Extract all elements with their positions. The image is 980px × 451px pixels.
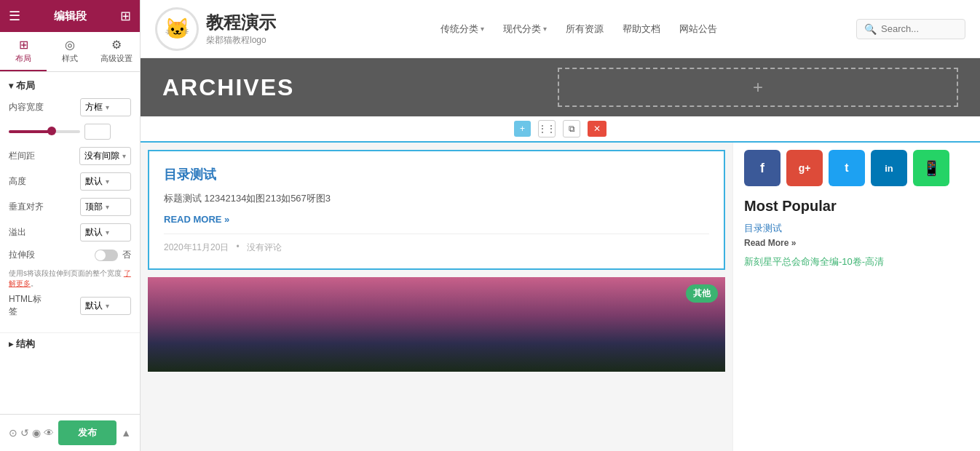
footer-icon-4[interactable]: 👁 [44,427,54,439]
nav-links: 传统分类 ▾ 现代分类 ▾ 所有资源 帮助文档 网站公告 [315,18,842,40]
vertical-align-select[interactable]: 顶部 ▾ [80,198,131,216]
overflow-row: 溢出 默认 ▾ [9,223,131,242]
hero-title: ARCHIVES [162,74,294,101]
slider-value-input[interactable] [84,124,111,140]
social-buttons: f g+ t in 📱 [744,150,969,186]
logo-emoji: 🐱 [165,17,190,41]
popular-link-1[interactable]: 目录测试 [744,222,969,235]
content-width-value: 方框 [85,101,103,113]
vertical-align-arrow: ▾ [106,203,109,211]
html-tag-value: 默认 [85,300,103,312]
hero-banner: ARCHIVES + [141,58,980,116]
toolbar-move-btn[interactable]: ⋮⋮ [538,120,556,137]
toolbar-add-btn[interactable]: + [514,121,531,137]
article-date: 2020年11月20日 [164,242,229,254]
image-badge: 其他 [686,284,718,303]
tab-style-label: 样式 [62,53,78,64]
height-label: 高度 [9,175,47,188]
logo-title: 教程演示 [206,11,276,34]
logo-subtitle: 柴郡猫教程logo [206,34,276,47]
social-whatsapp-btn[interactable]: 📱 [913,150,949,186]
vertical-align-value: 顶部 [85,201,103,213]
footer-icon-1[interactable]: ⊙ [9,427,17,439]
footer-icon-3[interactable]: ◉ [32,427,41,439]
top-nav: 🐱 教程演示 柴郡猫教程logo 传统分类 ▾ 现代分类 ▾ 所有资源 [141,0,980,58]
footer-icon-2[interactable]: ↺ [20,427,29,439]
sidebar-header: ☰ 编辑段 ⊞ [0,0,140,32]
html-tag-select[interactable]: 默认 ▾ [80,297,131,315]
article-body: 标题测试 12342134如图213如567呀图3 [164,192,709,205]
slider-thumb[interactable] [47,127,56,135]
logo-circle: 🐱 [155,7,199,51]
article-meta: 2020年11月20日 • 没有评论 [164,234,709,254]
hero-plus-icon: + [753,77,763,97]
article-title: 目录测试 [164,166,709,183]
nav-item-traditional[interactable]: 传统分类 ▾ [433,18,491,40]
hint-main: 使用s将该段拉伸到页面的整个宽度 [9,269,122,277]
column-gap-value: 没有间隙 [84,150,119,162]
tab-advanced[interactable]: ⚙ 高级设置 [93,32,140,71]
footer-icons: ⊙ ↺ ◉ 👁 [9,427,54,439]
popular-link-2[interactable]: 新刻星平总会命海全编-10卷-高清 [744,255,969,268]
hamburger-icon[interactable]: ☰ [9,8,20,24]
column-gap-select[interactable]: 没有间隙 ▾ [79,147,131,165]
advanced-tab-icon: ⚙ [111,38,122,52]
section-title: 布局 [9,79,131,92]
nav-item-all[interactable]: 所有资源 [558,18,611,40]
hero-placeholder[interactable]: + [558,68,958,107]
search-box: 🔍 [856,19,965,39]
nav-label-help: 帮助文档 [623,23,660,36]
nav-item-announce[interactable]: 网站公告 [672,18,724,40]
stretch-toggle-track[interactable] [95,250,118,261]
slider-container [9,124,111,140]
content-width-label: 内容宽度 [9,101,47,113]
structure-section: 结构 [0,332,140,355]
nav-label-modern: 现代分类 [503,23,541,36]
structure-title[interactable]: 结构 [9,338,131,351]
style-tab-icon: ◎ [65,38,75,52]
social-googleplus-btn[interactable]: g+ [786,150,823,186]
height-row: 高度 默认 ▾ [9,172,131,191]
html-tag-arrow: ▾ [106,302,109,310]
sidebar-title: 编辑段 [54,9,87,23]
read-more-link[interactable]: READ MORE » [164,214,709,225]
read-more-popular-link[interactable]: Read More » [744,238,969,248]
social-twitter-btn[interactable]: t [829,150,865,186]
twitter-icon: t [845,161,848,175]
nav-item-modern[interactable]: 现代分类 ▾ [496,18,554,40]
content-width-row: 内容宽度 方框 ▾ [9,98,131,116]
search-input[interactable] [881,23,954,34]
toolbar-delete-btn[interactable]: ✕ [588,121,606,137]
left-sidebar: ☰ 编辑段 ⊞ ⊞ 布局 ◎ 样式 ⚙ 高级设置 布局 内容宽度 [0,0,141,451]
publish-button[interactable]: 发布 [58,420,116,445]
height-select[interactable]: 默认 ▾ [80,172,131,191]
stretch-label: 拉伸段 [9,249,47,261]
tab-advanced-label: 高级设置 [100,53,133,64]
most-popular-title: Most Popular [744,198,969,215]
main-area: 🐱 教程演示 柴郡猫教程logo 传统分类 ▾ 现代分类 ▾ 所有资源 [141,0,980,451]
overflow-select[interactable]: 默认 ▾ [80,223,131,242]
content-width-select[interactable]: 方框 ▾ [80,98,131,116]
nav-item-help[interactable]: 帮助文档 [615,18,668,40]
overflow-label: 溢出 [9,226,47,239]
tab-layout[interactable]: ⊞ 布局 [0,32,47,71]
tab-style[interactable]: ◎ 样式 [47,32,93,71]
sidebar-tabs: ⊞ 布局 ◎ 样式 ⚙ 高级设置 [0,32,140,72]
slider-row [9,124,131,140]
social-facebook-btn[interactable]: f [744,150,781,186]
article-card: 目录测试 标题测试 12342134如图213如567呀图3 READ MORE… [148,150,725,270]
overflow-arrow: ▾ [106,228,109,236]
column-gap-row: 栏间距 没有间隙 ▾ [9,147,131,165]
image-card: 其他 [148,277,725,372]
toolbar-duplicate-btn[interactable]: ⧉ [563,120,580,137]
html-tag-label: HTML标签 [9,293,47,318]
footer-expand-icon[interactable]: ▲ [121,427,131,439]
tab-layout-label: 布局 [15,53,31,64]
meta-separator: • [236,242,239,254]
grid-icon[interactable]: ⊞ [120,8,131,24]
stretch-toggle[interactable]: 否 [95,249,131,261]
social-linkedin-btn[interactable]: in [871,150,907,186]
slider-fill [9,130,52,133]
slider-track[interactable] [9,130,80,133]
layout-section: 布局 内容宽度 方框 ▾ [0,72,140,332]
